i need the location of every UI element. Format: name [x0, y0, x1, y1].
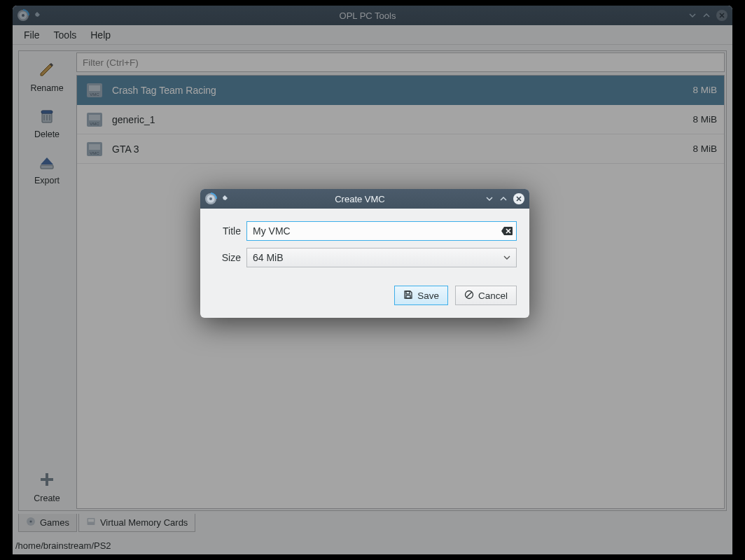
export-label: Export	[34, 176, 60, 186]
tab-games[interactable]: Games	[18, 514, 77, 532]
disc-small-icon	[26, 517, 36, 528]
trash-icon	[36, 104, 58, 127]
svg-point-2	[22, 14, 25, 17]
menubar: File Tools Help	[13, 25, 732, 45]
svg-text:VMC: VMC	[90, 92, 99, 97]
maximize-icon[interactable]	[499, 194, 508, 204]
cancel-nosign-icon	[464, 290, 474, 302]
list-item-size: 8 MiB	[692, 144, 717, 154]
export-button[interactable]: Export	[22, 146, 71, 192]
sidebar: Rename Delete Export	[19, 51, 75, 510]
cancel-button-label: Cancel	[478, 290, 508, 301]
menu-file[interactable]: File	[17, 27, 47, 43]
svg-point-27	[209, 197, 212, 200]
disc-icon	[204, 192, 217, 205]
bottom-tabs: Games Virtual Memory Cards	[18, 511, 727, 532]
close-icon[interactable]	[716, 9, 728, 22]
plus-icon	[36, 468, 58, 491]
status-bar: /home/brainstream/PS2	[13, 538, 732, 554]
minimize-icon[interactable]	[688, 10, 697, 20]
status-path: /home/brainstream/PS2	[15, 540, 111, 551]
delete-label: Delete	[34, 130, 60, 139]
dialog-size-field-label: Size	[213, 252, 241, 263]
list-item-name: Crash Tag Team Racing	[112, 85, 692, 96]
svg-rect-9	[41, 165, 53, 169]
svg-text:VMC: VMC	[90, 122, 99, 126]
svg-rect-5	[41, 111, 53, 113]
svg-rect-19	[89, 144, 100, 150]
filter-input[interactable]	[76, 52, 725, 72]
list-item-name: GTA 3	[112, 144, 692, 155]
list-item[interactable]: VMC Crash Tag Team Racing 8 MiB	[77, 76, 724, 105]
dialog-title: Create VMC	[235, 194, 485, 204]
window-title: OPL PC Tools	[48, 10, 688, 21]
svg-rect-29	[406, 291, 410, 294]
svg-rect-30	[406, 295, 410, 298]
save-button-label: Save	[417, 290, 439, 301]
close-icon[interactable]	[513, 192, 525, 205]
rename-button[interactable]: Rename	[22, 54, 71, 100]
menu-tools[interactable]: Tools	[47, 27, 84, 43]
dialog-size-value: 64 MiB	[253, 252, 284, 263]
main-window-titlebar: OPL PC Tools	[13, 6, 732, 25]
tab-games-label: Games	[40, 517, 69, 528]
pin-icon[interactable]	[220, 194, 230, 204]
maximize-icon[interactable]	[702, 10, 711, 20]
pin-icon[interactable]	[32, 10, 42, 20]
svg-rect-13	[89, 85, 100, 91]
card-small-icon	[86, 517, 96, 528]
minimize-icon[interactable]	[485, 194, 494, 204]
svg-rect-11	[41, 478, 53, 481]
dialog-title-field-label: Title	[213, 225, 241, 237]
list-item-size: 8 MiB	[692, 85, 717, 95]
save-floppy-icon	[403, 290, 413, 302]
svg-text:VMC: VMC	[90, 151, 99, 155]
clear-input-icon[interactable]	[500, 224, 514, 238]
list-item-size: 8 MiB	[692, 114, 717, 125]
vmc-card-icon: VMC	[84, 109, 105, 130]
menu-help[interactable]: Help	[83, 27, 118, 43]
dialog-title-input[interactable]	[246, 221, 517, 241]
svg-rect-24	[88, 519, 94, 522]
vmc-card-icon: VMC	[84, 139, 105, 160]
list-item-name: generic_1	[112, 114, 692, 125]
svg-point-22	[29, 520, 32, 522]
list-item[interactable]: VMC generic_1 8 MiB	[77, 105, 724, 134]
svg-line-32	[466, 292, 472, 298]
delete-button[interactable]: Delete	[22, 100, 71, 146]
tab-vmc-label: Virtual Memory Cards	[100, 517, 188, 528]
save-button[interactable]: Save	[394, 286, 448, 305]
pencil-icon	[36, 58, 58, 80]
create-vmc-dialog: Create VMC Title Size 64 MiB	[200, 189, 529, 318]
disc-icon	[17, 9, 29, 22]
tab-vmc[interactable]: Virtual Memory Cards	[78, 514, 195, 532]
dialog-titlebar: Create VMC	[200, 189, 529, 209]
export-icon	[36, 150, 58, 173]
chevron-down-icon	[503, 252, 510, 263]
create-label: Create	[34, 493, 60, 503]
cancel-button[interactable]: Cancel	[455, 286, 517, 305]
list-item[interactable]: VMC GTA 3 8 MiB	[77, 134, 724, 164]
create-button[interactable]: Create	[22, 464, 71, 510]
vmc-card-icon: VMC	[84, 80, 105, 101]
dialog-size-select[interactable]: 64 MiB	[246, 248, 517, 267]
svg-rect-16	[89, 115, 100, 120]
rename-label: Rename	[30, 83, 63, 93]
